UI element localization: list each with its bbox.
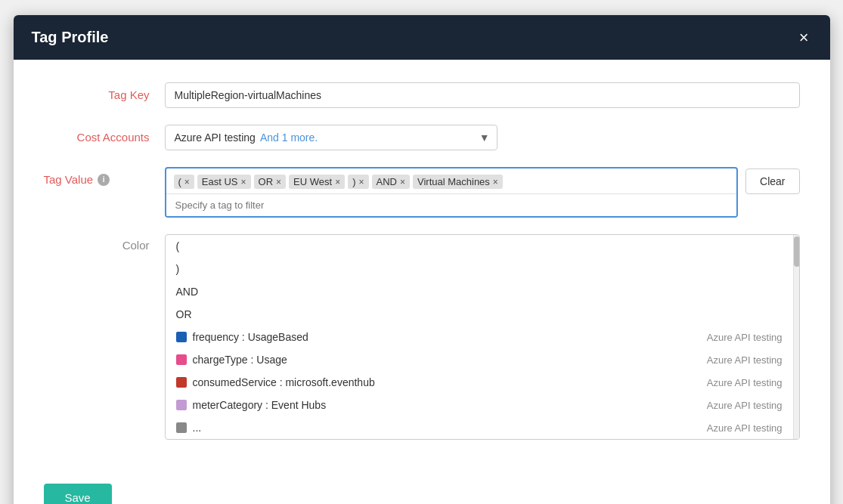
list-item[interactable]: frequency : UsageBasedAzure API testing — [166, 326, 793, 348]
dropdown-item-left: consumedService : microsoft.eventhub — [176, 376, 375, 388]
chip-text: OR — [259, 176, 274, 187]
dropdown-item-text: frequency : UsageBased — [193, 331, 308, 343]
tag-chip: AND× — [372, 175, 410, 189]
tag-chip: )× — [348, 175, 368, 189]
clear-button[interactable]: Clear — [745, 169, 799, 194]
color-label: Color — [44, 234, 165, 252]
chip-remove-icon[interactable]: × — [184, 178, 190, 187]
chip-text: ( — [178, 176, 181, 187]
chip-text: Virtual Machines — [417, 176, 490, 187]
chip-remove-icon[interactable]: × — [359, 178, 364, 187]
modal-backdrop: Tag Profile × Tag Key Cost Accounts Azur… — [14, 15, 830, 504]
modal-body: Tag Key Cost Accounts Azure API testing … — [14, 60, 830, 472]
dropdown-item-left: chargeType : Usage — [176, 354, 287, 366]
dropdown-item-text: ( — [176, 240, 180, 252]
chip-text: EU West — [293, 176, 332, 187]
tag-key-input[interactable] — [165, 82, 800, 108]
cost-accounts-label: Cost Accounts — [44, 125, 165, 144]
list-item[interactable]: ...Azure API testing — [166, 416, 793, 439]
tag-chip: East US× — [197, 175, 251, 189]
tag-value-input-area: (×East US×OR×EU West×)×AND×Virtual Machi… — [165, 167, 739, 218]
color-swatch — [176, 377, 187, 388]
list-item[interactable]: consumedService : microsoft.eventhubAzur… — [166, 371, 793, 394]
tag-chip: (× — [174, 175, 194, 189]
dropdown-scroll-container: ()ANDORfrequency : UsageBasedAzure API t… — [166, 235, 799, 439]
color-swatch — [176, 400, 187, 410]
list-item[interactable]: chargeType : UsageAzure API testing — [166, 348, 793, 371]
list-item[interactable]: ) — [166, 258, 793, 280]
dropdown-item-account: Azure API testing — [707, 332, 783, 343]
color-swatch — [176, 332, 187, 342]
cost-accounts-select-wrapper: Azure API testing And 1 more. ▼ — [165, 125, 497, 150]
modal-title: Tag Profile — [32, 29, 109, 46]
dropdown-item-account: Azure API testing — [707, 354, 783, 366]
chip-text: ) — [352, 176, 355, 187]
color-swatch — [176, 354, 187, 365]
dropdown-item-left: AND — [176, 286, 199, 298]
color-row: Color ()ANDORfrequency : UsageBasedAzure… — [44, 234, 800, 440]
tag-value-label: Tag Value i — [44, 167, 165, 186]
dropdown-items-area: ()ANDORfrequency : UsageBasedAzure API t… — [166, 235, 793, 439]
tag-chip: Virtual Machines× — [413, 175, 503, 189]
dropdown-item-left: frequency : UsageBased — [176, 331, 308, 343]
cost-accounts-more: And 1 more. — [260, 131, 318, 144]
cost-accounts-select[interactable]: Azure API testing And 1 more. — [165, 125, 497, 150]
list-item[interactable]: meterCategory : Event HubsAzure API test… — [166, 394, 793, 416]
tag-key-label: Tag Key — [44, 82, 165, 101]
list-item[interactable]: ( — [166, 235, 793, 258]
info-icon[interactable]: i — [98, 174, 110, 186]
tag-key-row: Tag Key — [44, 82, 800, 108]
close-button[interactable]: × — [796, 29, 812, 46]
cost-accounts-control: Azure API testing And 1 more. ▼ — [165, 125, 800, 150]
dropdown-list: ()ANDORfrequency : UsageBasedAzure API t… — [165, 234, 800, 440]
cost-accounts-row: Cost Accounts Azure API testing And 1 mo… — [44, 125, 800, 150]
dropdown-item-text: ) — [176, 263, 180, 275]
dropdown-item-left: ) — [176, 263, 180, 275]
modal-header: Tag Profile × — [14, 15, 830, 60]
tag-chip: EU West× — [289, 175, 345, 189]
chip-text: East US — [202, 176, 238, 187]
chip-remove-icon[interactable]: × — [335, 178, 340, 187]
chip-remove-icon[interactable]: × — [400, 178, 405, 187]
tag-chip: OR× — [254, 175, 287, 189]
dropdown-item-left: meterCategory : Event Hubs — [176, 399, 327, 411]
dropdown-item-left: ... — [176, 422, 202, 434]
tag-value-row: Tag Value i (×East US×OR×EU West×)×AND×V… — [44, 167, 800, 218]
save-button[interactable]: Save — [44, 484, 112, 504]
scrollbar-track — [793, 235, 799, 439]
tag-filter-input[interactable] — [166, 193, 737, 216]
dropdown-item-text: meterCategory : Event Hubs — [193, 399, 327, 411]
tag-key-control — [165, 82, 800, 108]
list-item[interactable]: AND — [166, 280, 793, 303]
dropdown-item-left: OR — [176, 308, 192, 320]
dropdown-item-text: AND — [176, 286, 199, 298]
dropdown-item-text: OR — [176, 308, 192, 320]
dropdown-item-account: Azure API testing — [707, 400, 783, 411]
dropdown-item-text: ... — [193, 422, 202, 434]
cost-accounts-value: Azure API testing — [175, 131, 256, 144]
dropdown-item-account: Azure API testing — [707, 377, 783, 388]
dropdown-item-text: consumedService : microsoft.eventhub — [193, 376, 375, 388]
tag-value-container: (×East US×OR×EU West×)×AND×Virtual Machi… — [165, 167, 800, 218]
scrollbar-thumb[interactable] — [794, 237, 800, 267]
chip-remove-icon[interactable]: × — [493, 178, 498, 187]
dropdown-item-account: Azure API testing — [707, 422, 783, 434]
tag-profile-modal: Tag Profile × Tag Key Cost Accounts Azur… — [14, 15, 830, 504]
chip-text: AND — [377, 176, 397, 187]
dropdown-item-text: chargeType : Usage — [193, 354, 287, 366]
chip-remove-icon[interactable]: × — [276, 178, 281, 187]
list-item[interactable]: OR — [166, 303, 793, 326]
modal-footer: Save — [14, 472, 830, 504]
dropdown-item-left: ( — [176, 240, 180, 252]
tag-chips-row: (×East US×OR×EU West×)×AND×Virtual Machi… — [166, 169, 737, 193]
dropdown-area: ()ANDORfrequency : UsageBasedAzure API t… — [165, 234, 800, 440]
chip-remove-icon[interactable]: × — [241, 178, 246, 187]
color-swatch — [176, 422, 187, 433]
